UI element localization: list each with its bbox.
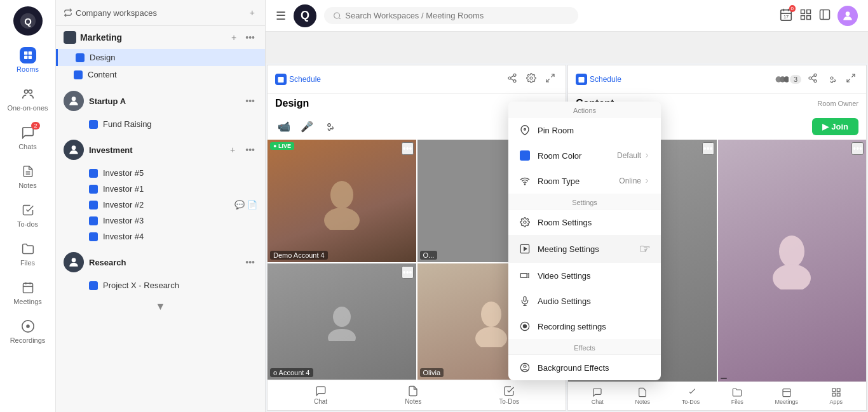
dropdown-item-video-settings[interactable]: Video Settings: [508, 263, 661, 288]
nav-bar: Q Rooms One-on-ones 2 Chats Notes To-dos: [0, 0, 56, 412]
footer-chat-content[interactable]: Chat: [592, 387, 604, 405]
nav-item-chats[interactable]: 2 Chats: [0, 118, 55, 157]
settings-button-design[interactable]: [524, 70, 539, 88]
more-options-startup-a[interactable]: •••: [243, 95, 257, 107]
svg-rect-10: [23, 283, 32, 293]
nav-label-notes: Notes: [18, 182, 37, 189]
footer-todos-label: To-Dos: [499, 398, 519, 405]
video-button-design[interactable]: 📹: [275, 118, 293, 135]
nav-item-recordings[interactable]: Recordings: [0, 312, 55, 350]
dropdown-label-room-color: Room Color: [538, 151, 611, 161]
record-icon: [519, 320, 531, 333]
svg-rect-26: [801, 10, 805, 13]
svg-rect-29: [807, 15, 811, 19]
svg-rect-27: [807, 10, 811, 13]
share-button-content[interactable]: [805, 70, 820, 88]
user-group-name: Startup A: [89, 96, 238, 106]
nav-item-rooms[interactable]: Rooms: [0, 41, 55, 79]
footer-chat[interactable]: Chat: [314, 385, 327, 405]
room-item-design[interactable]: Design: [56, 49, 265, 66]
play-icon: [519, 243, 531, 255]
add-room-button[interactable]: +: [229, 31, 239, 44]
more-options-research[interactable]: •••: [243, 256, 257, 269]
schedule-icon-design: [275, 74, 287, 85]
participant-menu-3[interactable]: •••: [402, 266, 414, 279]
add-room-investment[interactable]: +: [227, 143, 238, 156]
footer-files-content[interactable]: Files: [731, 387, 743, 405]
audio-settings-button-design[interactable]: [321, 117, 337, 136]
layout-button[interactable]: [818, 8, 831, 23]
person-circle-icon: [519, 361, 531, 374]
footer-todos[interactable]: To-Dos: [499, 385, 519, 405]
footer-notes[interactable]: Notes: [405, 385, 421, 405]
svg-point-57: [814, 80, 817, 83]
workspace-group-marketing-header[interactable]: Marketing + •••: [56, 26, 265, 49]
room-item-content[interactable]: Content: [56, 66, 265, 83]
share-button-design[interactable]: [505, 70, 520, 88]
search-bar[interactable]: [324, 7, 578, 24]
search-input[interactable]: [345, 11, 569, 20]
svg-point-15: [26, 324, 30, 328]
room-item-project-x[interactable]: Project X - Research: [56, 277, 265, 293]
svg-text:Q: Q: [24, 16, 32, 27]
room-item-investor-1[interactable]: Investor #1: [56, 181, 265, 197]
room-dot: [89, 201, 98, 209]
schedule-button-content[interactable]: Schedule: [576, 74, 621, 85]
nav-label-meetings: Meetings: [13, 298, 42, 305]
room-item-investor-4[interactable]: Investor #4: [56, 229, 265, 244]
hamburger-button[interactable]: ☰: [276, 9, 286, 23]
schedule-icon-content: [576, 74, 587, 85]
room-item-investor-3[interactable]: Investor #3: [56, 213, 265, 229]
participant-menu-1[interactable]: •••: [402, 142, 414, 155]
user-group-investment-header[interactable]: Investment + •••: [56, 135, 265, 165]
nav-item-one-on-ones[interactable]: One-on-ones: [0, 79, 55, 118]
dropdown-item-pin-room[interactable]: Pin Room: [508, 117, 661, 143]
grid-view-button[interactable]: [799, 8, 812, 23]
footer-notes-content[interactable]: Notes: [635, 387, 650, 405]
dropdown-item-meeting-settings[interactable]: Meeting Settings ☞: [508, 235, 661, 263]
svg-line-41: [551, 74, 554, 77]
svg-rect-73: [837, 393, 840, 396]
dropdown-item-audio-settings[interactable]: Audio Settings: [508, 288, 661, 314]
svg-line-62: [847, 79, 850, 82]
expand-button-content[interactable]: [843, 70, 858, 88]
schedule-button-design[interactable]: Schedule: [275, 74, 321, 85]
user-avatar-header[interactable]: [837, 6, 858, 26]
nav-label-rooms: Rooms: [17, 65, 39, 73]
participants-count: 3: [775, 75, 801, 84]
dropdown-item-room-type[interactable]: Room Type Online: [508, 168, 661, 194]
add-workspace-button[interactable]: +: [247, 6, 257, 19]
more-options-button[interactable]: •••: [243, 31, 257, 44]
color-swatch: [520, 150, 530, 161]
participant-menu-6[interactable]: •••: [851, 142, 864, 155]
svg-point-49: [475, 327, 507, 347]
nav-item-todos[interactable]: To-dos: [0, 196, 55, 234]
room-item-investor-2[interactable]: Investor #2 💬 📄: [56, 197, 265, 213]
participant-menu-5[interactable]: •••: [702, 142, 714, 155]
expand-button-design[interactable]: [543, 70, 558, 88]
nav-label-recordings: Recordings: [10, 336, 46, 344]
nav-item-files[interactable]: Files: [0, 234, 55, 273]
user-group-research-header[interactable]: Research •••: [56, 247, 265, 277]
room-item-fund-raising[interactable]: Fund Raising: [56, 116, 265, 132]
settings-button-content[interactable]: [824, 70, 839, 88]
user-group-startup-a-header[interactable]: Startup A •••: [56, 86, 265, 116]
dropdown-item-background-effects[interactable]: Background Effects: [508, 355, 661, 380]
nav-item-notes[interactable]: Notes: [0, 157, 55, 196]
room-item-investor-5[interactable]: Investor #5: [56, 165, 265, 181]
dropdown-item-room-settings[interactable]: Room Settings: [508, 209, 661, 235]
footer-meetings-content[interactable]: Meetings: [775, 387, 798, 405]
calendar-button[interactable]: 17 0: [779, 8, 793, 23]
dropdown-item-room-color[interactable]: Room Color Default: [508, 143, 661, 168]
nav-item-meetings[interactable]: Meetings: [0, 273, 55, 312]
more-options-investment[interactable]: •••: [243, 143, 257, 156]
join-button[interactable]: ▶ Join: [812, 118, 858, 135]
footer-apps-content[interactable]: Apps: [830, 387, 843, 405]
scroll-down-sidebar[interactable]: ▼: [153, 300, 168, 314]
mic-button-design[interactable]: 🎤: [298, 118, 316, 135]
footer-todos-content[interactable]: To-Dos: [682, 387, 700, 405]
wifi-icon: [519, 175, 531, 187]
dropdown-item-recording-settings[interactable]: Recording settings: [508, 314, 661, 339]
svg-point-17: [72, 145, 76, 150]
room-dot: [89, 120, 98, 129]
